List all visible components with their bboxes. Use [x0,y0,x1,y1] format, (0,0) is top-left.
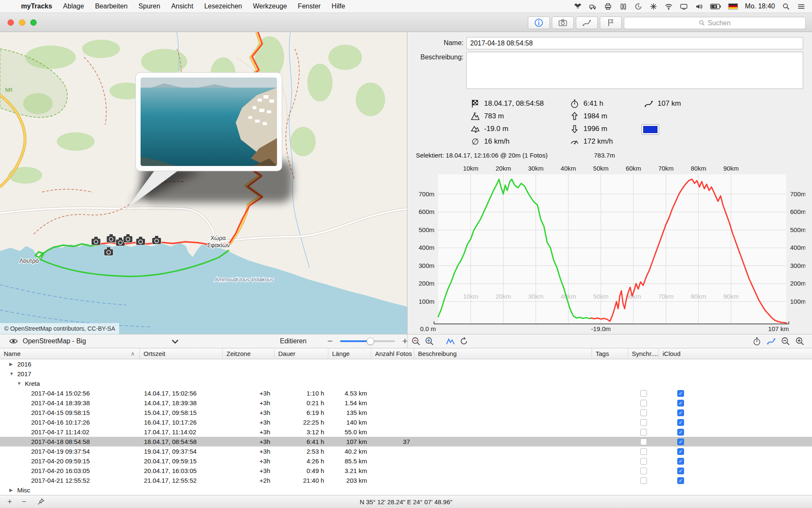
elevation-chart[interactable]: 10km10km20km20km30km30km40km40km50km50km… [416,160,805,334]
chart-zoom-in-button[interactable] [424,336,434,346]
spotlight-search-icon[interactable] [782,3,790,10]
disclosure-triangle[interactable]: ▶ [9,359,14,369]
menu-fenster[interactable]: Fenster [298,3,321,10]
menu-ansicht[interactable]: Ansicht [171,3,193,10]
close-button[interactable] [8,19,14,26]
track-row[interactable]: 2017-04-16 10:17:2616.04.17, 10:17:26+3h… [0,417,812,427]
column-header-dauer[interactable]: Dauer [274,348,328,359]
disclosure-triangle[interactable]: ▼ [17,379,22,388]
icloud-checkbox[interactable]: ✓ [677,419,684,426]
synchr-checkbox[interactable] [640,390,647,397]
group-row-kreta[interactable]: ▼Kreta [0,379,812,388]
wifi-icon[interactable] [665,3,673,10]
track-row[interactable]: 2017-04-17 11:14:0217.04.17, 11:14:02+3h… [0,427,812,437]
track-row[interactable]: 2017-04-20 09:59:1520.04.17, 09:59:15+3h… [0,456,812,466]
column-header-name[interactable]: Name∧ [0,348,140,359]
menubar-clock[interactable]: Mo. 18:40 [745,3,775,10]
menu-bearbeiten[interactable]: Bearbeiten [95,3,128,10]
column-header-synchr[interactable]: Synchr.... [628,348,659,359]
search-input[interactable]: Suchen [624,17,806,29]
zoom-slider-knob[interactable] [367,337,374,345]
dock-bars-icon[interactable] [619,3,627,10]
track-row[interactable]: 2017-04-18 08:54:5818.04.17, 08:54:58+3h… [0,437,812,447]
column-header-anzahlfotos[interactable]: Anzahl Fotos [371,348,414,359]
track-row[interactable]: 2017-04-14 15:02:5614.04.17, 15:02:56+3h… [0,388,812,398]
dropbox-icon[interactable] [574,3,582,10]
track-row[interactable]: 2017-04-21 12:55:5221.04.17, 12:55:52+2h… [0,476,812,485]
printer-icon[interactable] [604,3,612,10]
info-button[interactable] [528,16,550,29]
disclosure-triangle[interactable]: ▶ [9,485,14,495]
icloud-checkbox[interactable]: ✓ [677,438,684,445]
track-color-well[interactable] [642,124,659,135]
synchr-checkbox[interactable] [640,458,647,465]
notification-center-icon[interactable] [797,3,805,10]
waypoint-button[interactable] [600,16,622,29]
zoom-in-plus-icon[interactable]: + [400,336,410,346]
time-axis-button[interactable] [752,336,762,346]
synchr-checkbox[interactable] [640,429,647,436]
synchr-checkbox[interactable] [640,438,647,445]
icloud-checkbox[interactable]: ✓ [677,458,684,465]
track-row[interactable]: 2017-04-14 18:39:3814.04.17, 18:39:38+3h… [0,398,812,408]
group-row-2017[interactable]: ▼2017 [0,369,812,379]
display-icon[interactable] [680,3,688,10]
icloud-checkbox[interactable]: ✓ [677,400,684,406]
german-flag-icon[interactable] [728,3,738,10]
reset-view-button[interactable] [459,336,469,346]
track-button[interactable] [576,16,598,29]
menu-hilfe[interactable]: Hilfe [332,3,345,10]
synchr-checkbox[interactable] [640,448,647,455]
icloud-checkbox[interactable]: ✓ [677,409,684,416]
group-row-2016[interactable]: ▶2016 [0,359,812,369]
map-layer-select[interactable]: OpenStreetMap - Big [8,334,180,348]
description-input[interactable] [466,52,803,89]
window-titlebar[interactable]: Suchen [0,13,812,32]
table-zoom-in-button[interactable] [795,336,805,346]
menu-spuren[interactable]: Spuren [138,3,160,10]
synchr-checkbox[interactable] [640,477,647,484]
chart-zoom-out-button[interactable] [411,336,421,346]
track-row[interactable]: 2017-04-15 09:58:1515.04.17, 09:58:15+3h… [0,408,812,417]
column-header-zeitzone[interactable]: Zeitzone [223,348,274,359]
menu-lesezeichen[interactable]: Lesezeichen [204,3,242,10]
menu-werkzeuge[interactable]: Werkzeuge [253,3,287,10]
distance-axis-button[interactable] [766,336,776,346]
synchr-checkbox[interactable] [640,400,647,406]
track-name-input[interactable] [466,37,803,49]
volume-icon[interactable] [695,3,703,10]
elevation-profile-toggle[interactable] [445,336,455,346]
icloud-checkbox[interactable]: ✓ [677,429,684,436]
map-view[interactable]: NR Λουτρό Χώρα Σφακίων Ammoudi tous Vola… [0,32,407,334]
track-row[interactable]: 2017-04-20 16:03:0520.04.17, 16:03:05+3h… [0,466,812,476]
column-header-ortszeit[interactable]: Ortszeit [140,348,223,359]
photo-button[interactable] [552,16,574,29]
photo-callout[interactable] [136,72,282,171]
synchr-checkbox[interactable] [640,468,647,474]
column-header-beschreibung[interactable]: Beschreibung [414,348,592,359]
battery-icon[interactable] [710,3,721,10]
zoom-button[interactable] [30,19,37,26]
synchr-checkbox[interactable] [640,409,647,416]
table-zoom-out-button[interactable] [780,336,791,346]
column-header-lnge[interactable]: Länge [328,348,371,359]
zoom-out-minus-icon[interactable]: − [325,336,335,346]
icloud-checkbox[interactable]: ✓ [677,390,684,397]
track-row[interactable]: 2017-04-19 09:37:5419.04.17, 09:37:54+3h… [0,447,812,456]
column-header-tags[interactable]: Tags [592,348,628,359]
disclosure-triangle[interactable]: ▼ [9,369,14,379]
menu-ablage[interactable]: Ablage [63,3,84,10]
table-header[interactable]: Name∧OrtszeitZeitzoneDauerLängeAnzahl Fo… [0,348,812,359]
forklift-icon[interactable] [589,3,597,10]
group-row-misc[interactable]: ▶Misc [0,485,812,495]
icloud-checkbox[interactable]: ✓ [677,468,684,474]
minimize-button[interactable] [19,19,25,26]
time-machine-icon[interactable] [634,3,642,10]
fan-icon[interactable] [650,3,658,10]
column-header-icloud[interactable]: iCloud [659,348,812,359]
icloud-checkbox[interactable]: ✓ [677,448,684,455]
app-menu-mytracks[interactable]: myTracks [21,3,52,10]
map-zoom-slider[interactable] [340,340,395,342]
synchr-checkbox[interactable] [640,419,647,426]
icloud-checkbox[interactable]: ✓ [677,477,684,484]
